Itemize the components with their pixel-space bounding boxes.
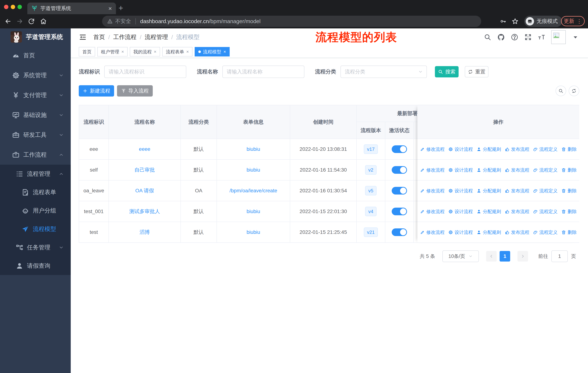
sidebar-logo[interactable]: 芋道管理系统 — [0, 28, 71, 46]
action-发布流程[interactable]: 发布流程 — [505, 229, 529, 235]
help-icon[interactable] — [511, 33, 518, 41]
browser-menu-dots-icon[interactable]: ⋮ — [577, 18, 582, 24]
cell-form-info[interactable]: biubiu — [217, 139, 290, 160]
action-设计流程[interactable]: 设计流程 — [448, 229, 473, 235]
category-filter-select[interactable]: 流程分类 — [340, 66, 427, 78]
action-删除[interactable]: 删除 — [561, 229, 577, 235]
action-流程定义[interactable]: 流程定义 — [533, 167, 557, 173]
zoom-window-button[interactable] — [18, 5, 22, 9]
key-filter-input[interactable] — [104, 66, 186, 78]
action-设计流程[interactable]: 设计流程 — [448, 209, 473, 214]
tag-close-icon[interactable]: × — [121, 49, 124, 54]
goto-page-input[interactable] — [551, 251, 568, 262]
tag-close-icon[interactable]: × — [186, 49, 189, 54]
toggle-search-button[interactable] — [556, 86, 566, 96]
active-switch[interactable] — [392, 187, 407, 194]
sidebar-item-系统管理[interactable]: 系统管理 — [0, 65, 71, 85]
action-发布流程[interactable]: 发布流程 — [505, 188, 529, 194]
cell-process-name[interactable]: OA 请假 — [109, 181, 181, 201]
action-修改流程[interactable]: 修改流程 — [420, 209, 445, 214]
bookmark-star-icon[interactable] — [511, 18, 519, 25]
form-info-link[interactable]: biubiu — [247, 167, 260, 173]
sidebar-item-流程模型[interactable]: 流程模型 — [0, 220, 71, 238]
active-switch[interactable] — [392, 228, 407, 236]
action-流程定义[interactable]: 流程定义 — [533, 188, 557, 194]
cell-process-name[interactable]: eeee — [109, 139, 181, 160]
form-info-link[interactable]: biubiu — [247, 209, 260, 214]
action-删除[interactable]: 删除 — [561, 167, 577, 173]
breadcrumb-item[interactable]: 流程管理 — [145, 33, 168, 41]
cell-form-info[interactable]: biubiu — [217, 222, 290, 243]
tag-首页[interactable]: 首页 — [79, 47, 95, 56]
sidebar-item-用户分组[interactable]: 用户分组 — [0, 202, 71, 220]
process-name-link[interactable]: eeee — [139, 146, 150, 152]
cell-form-info[interactable]: biubiu — [217, 160, 290, 181]
tab-close-icon[interactable]: × — [108, 5, 112, 11]
active-switch[interactable] — [392, 208, 407, 215]
tag-我的流程[interactable]: 我的流程× — [130, 47, 160, 56]
cell-version[interactable]: v2 — [357, 160, 385, 181]
cell-active-state[interactable] — [385, 160, 414, 181]
sidebar-item-首页[interactable]: 首页 — [0, 46, 71, 65]
version-tag[interactable]: v4 — [365, 207, 377, 216]
forward-icon[interactable] — [16, 18, 23, 25]
sidebar-item-流程表单[interactable]: 流程表单 — [0, 183, 71, 202]
cell-version[interactable]: v5 — [357, 181, 385, 201]
cell-form-info[interactable]: biubiu — [217, 201, 290, 222]
tag-close-icon[interactable]: × — [154, 49, 156, 54]
action-流程定义[interactable]: 流程定义 — [533, 146, 557, 152]
sidebar-item-基础设施[interactable]: 基础设施 — [0, 105, 71, 125]
cell-process-name[interactable]: 测试多审批人 — [109, 201, 181, 222]
action-分配规则[interactable]: 分配规则 — [476, 146, 501, 152]
search-icon[interactable] — [484, 33, 491, 41]
version-tag[interactable]: v5 — [365, 186, 377, 195]
minimize-window-button[interactable] — [11, 5, 15, 9]
active-switch[interactable] — [392, 145, 407, 153]
reset-button[interactable]: 重置 — [465, 66, 488, 77]
cell-active-state[interactable] — [385, 222, 414, 243]
import-process-button[interactable]: 导入流程 — [117, 85, 153, 97]
sidebar-item-研发工具[interactable]: 研发工具 — [0, 125, 71, 145]
action-分配规则[interactable]: 分配规则 — [476, 229, 501, 235]
action-分配规则[interactable]: 分配规则 — [476, 209, 501, 214]
action-流程定义[interactable]: 流程定义 — [533, 229, 557, 235]
cell-process-name[interactable]: 滔博 — [109, 222, 181, 243]
avatar-caret-down-icon[interactable] — [572, 33, 579, 41]
cell-process-name[interactable]: 自己审批 — [109, 160, 181, 181]
tag-流程模型[interactable]: 流程模型× — [195, 47, 230, 56]
active-switch[interactable] — [392, 166, 407, 174]
breadcrumb-item[interactable]: 工作流程 — [113, 33, 136, 41]
action-设计流程[interactable]: 设计流程 — [448, 188, 473, 194]
page-size-select[interactable]: 10条/页 — [442, 251, 479, 262]
cell-active-state[interactable] — [385, 181, 414, 201]
cell-version[interactable]: v21 — [357, 222, 385, 243]
action-发布流程[interactable]: 发布流程 — [505, 146, 529, 152]
security-label[interactable]: 不安全 — [115, 18, 131, 25]
window-controls[interactable] — [4, 5, 22, 9]
search-button[interactable]: 搜索 — [435, 66, 459, 77]
sidebar-item-请假查询[interactable]: 请假查询 — [0, 257, 71, 275]
version-tag[interactable]: v17 — [364, 144, 378, 154]
prev-page-button[interactable] — [486, 251, 497, 262]
version-tag[interactable]: v21 — [364, 227, 378, 237]
action-删除[interactable]: 删除 — [561, 188, 577, 194]
action-设计流程[interactable]: 设计流程 — [448, 146, 473, 152]
sidebar-item-支付管理[interactable]: 支付管理 — [0, 85, 71, 105]
cell-form-info[interactable]: /bpm/oa/leave/create — [217, 181, 290, 201]
close-window-button[interactable] — [4, 5, 8, 9]
cell-version[interactable]: v17 — [357, 139, 385, 160]
action-发布流程[interactable]: 发布流程 — [505, 209, 529, 214]
action-修改流程[interactable]: 修改流程 — [420, 167, 445, 173]
browser-update-button[interactable]: 更新 ⋮ — [561, 16, 585, 26]
action-分配规则[interactable]: 分配规则 — [476, 188, 501, 194]
form-info-link[interactable]: /bpm/oa/leave/create — [230, 188, 277, 194]
process-name-link[interactable]: 自己审批 — [135, 166, 155, 173]
action-删除[interactable]: 删除 — [561, 146, 577, 152]
action-发布流程[interactable]: 发布流程 — [505, 167, 529, 173]
sidebar-item-任务管理[interactable]: 任务管理 — [0, 238, 71, 257]
back-icon[interactable] — [4, 18, 12, 25]
github-icon[interactable] — [497, 33, 505, 41]
create-process-button[interactable]: 新建流程 — [79, 85, 114, 97]
sidebar-item-流程管理[interactable]: 流程管理 — [0, 165, 71, 183]
refresh-table-button[interactable] — [569, 86, 579, 96]
